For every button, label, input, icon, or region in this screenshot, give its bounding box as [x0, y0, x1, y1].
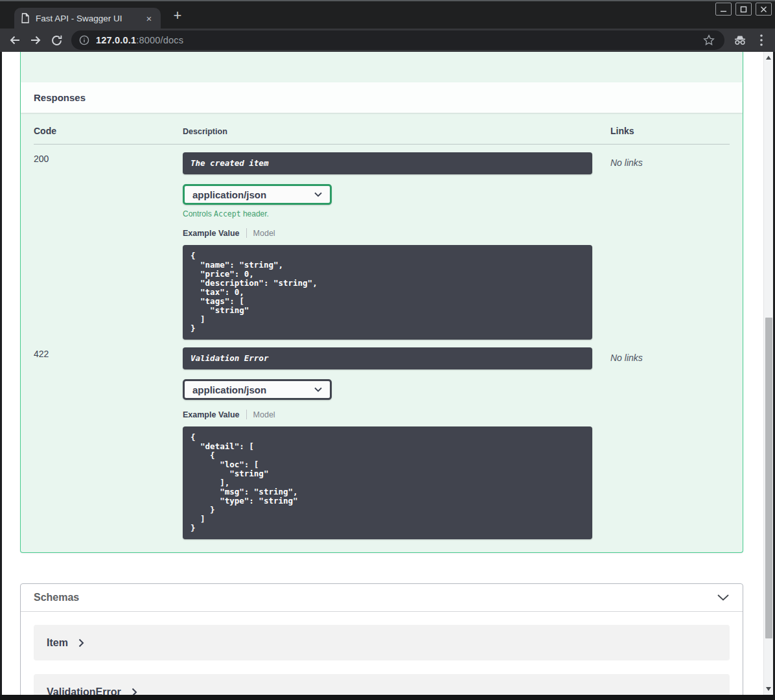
tab-title: Fast API - Swagger UI — [36, 14, 143, 23]
chevron-down-icon — [314, 386, 323, 393]
opblock-spacer — [21, 52, 743, 82]
tab-example-value[interactable]: Example Value — [183, 410, 240, 419]
incognito-icon — [730, 30, 750, 50]
new-tab-button[interactable]: + — [168, 6, 187, 25]
schema-validationerror-card[interactable]: ValidationError — [34, 674, 730, 695]
site-info-icon[interactable] — [79, 35, 89, 45]
tab-divider — [246, 410, 247, 419]
response-row-422: 422 Validation Error application/json Ex… — [34, 340, 730, 539]
responses-title: Responses — [34, 92, 86, 103]
column-header-code: Code — [34, 126, 183, 136]
response-row-200: 200 The created item application/json Co… — [34, 145, 730, 340]
minimize-button[interactable] — [715, 3, 732, 16]
scrollbar-down-arrow[interactable] — [764, 684, 773, 694]
response-description-cell: The created item application/json Contro… — [183, 152, 610, 340]
schemas-header[interactable]: Schemas — [21, 584, 743, 611]
schema-item-card[interactable]: Item — [34, 625, 730, 660]
chevron-down-icon — [314, 191, 323, 198]
response-links: No links — [610, 347, 730, 539]
close-window-button[interactable] — [756, 3, 772, 16]
response-code: 200 — [34, 152, 183, 340]
schemas-title: Schemas — [34, 592, 79, 603]
example-model-tabs: Example Value Model — [183, 409, 592, 420]
media-type-select[interactable]: application/json — [183, 184, 332, 205]
schemas-body: Item ValidationError — [21, 611, 743, 695]
column-header-description: Description — [183, 126, 610, 136]
scrollbar-up-arrow[interactable] — [764, 53, 773, 62]
back-button[interactable] — [5, 30, 25, 50]
example-model-tabs: Example Value Model — [183, 228, 592, 239]
reload-button[interactable] — [47, 30, 66, 50]
scrollbar-thumb[interactable] — [765, 318, 772, 638]
example-json-block: { "name": "string", "price": 0, "descrip… — [183, 245, 592, 340]
tab-close-icon[interactable]: × — [143, 12, 156, 25]
swagger-content: Responses Code Description Links 200 The… — [2, 52, 761, 695]
responses-section-header: Responses — [21, 82, 743, 113]
window-bottom-edge — [0, 695, 775, 700]
page-favicon-icon — [21, 13, 30, 23]
responses-table-header: Code Description Links — [34, 126, 730, 145]
media-type-value: application/json — [192, 384, 266, 395]
schemas-section: Schemas Item ValidationError — [20, 583, 743, 695]
example-json-block: { "detail": [ { "loc": [ "string" ], "ms… — [183, 426, 592, 539]
browser-menu-icon[interactable] — [753, 31, 770, 49]
browser-tab[interactable]: Fast API - Swagger UI × — [14, 8, 161, 29]
accept-header-hint: Controls Accept header. — [183, 209, 592, 218]
media-type-select[interactable]: application/json — [183, 379, 332, 400]
page-scrollbar[interactable] — [763, 52, 773, 695]
example-json: { "name": "string", "price": 0, "descrip… — [191, 251, 584, 333]
tab-example-value[interactable]: Example Value — [183, 229, 240, 238]
url-path: :8000/docs — [136, 35, 183, 45]
column-header-links: Links — [610, 126, 730, 136]
response-code: 422 — [34, 347, 183, 539]
schema-name: ValidationError — [47, 686, 121, 695]
bookmark-star-icon[interactable] — [701, 32, 717, 48]
opblock-post: Responses Code Description Links 200 The… — [20, 52, 743, 553]
url-text: 127.0.0.1:8000/docs — [96, 35, 183, 45]
response-description: Validation Error — [183, 347, 592, 369]
window-controls — [715, 3, 772, 16]
url-host: 127.0.0.1 — [96, 35, 136, 45]
tab-strip: Fast API - Swagger UI × + — [0, 1, 775, 29]
media-type-value: application/json — [192, 189, 266, 200]
responses-table: Code Description Links 200 The created i… — [21, 113, 743, 552]
browser-window: Fast API - Swagger UI × + — [0, 0, 775, 700]
example-json: { "detail": [ { "loc": [ "string" ], "ms… — [191, 433, 584, 533]
tab-model[interactable]: Model — [253, 410, 275, 419]
response-description: The created item — [183, 152, 592, 174]
forward-button[interactable] — [26, 30, 45, 50]
response-links: No links — [610, 152, 730, 340]
tab-divider — [246, 228, 247, 238]
tab-model[interactable]: Model — [253, 229, 275, 238]
schema-name: Item — [47, 637, 68, 649]
response-description-cell: Validation Error application/json Exampl… — [183, 347, 610, 539]
chevron-right-icon[interactable] — [78, 638, 84, 648]
browser-toolbar: 127.0.0.1:8000/docs — [0, 29, 775, 52]
chevron-right-icon[interactable] — [132, 688, 137, 695]
address-bar[interactable]: 127.0.0.1:8000/docs — [71, 30, 724, 50]
page-viewport: Responses Code Description Links 200 The… — [0, 52, 775, 695]
maximize-button[interactable] — [735, 3, 752, 16]
chevron-down-icon[interactable] — [717, 594, 730, 601]
